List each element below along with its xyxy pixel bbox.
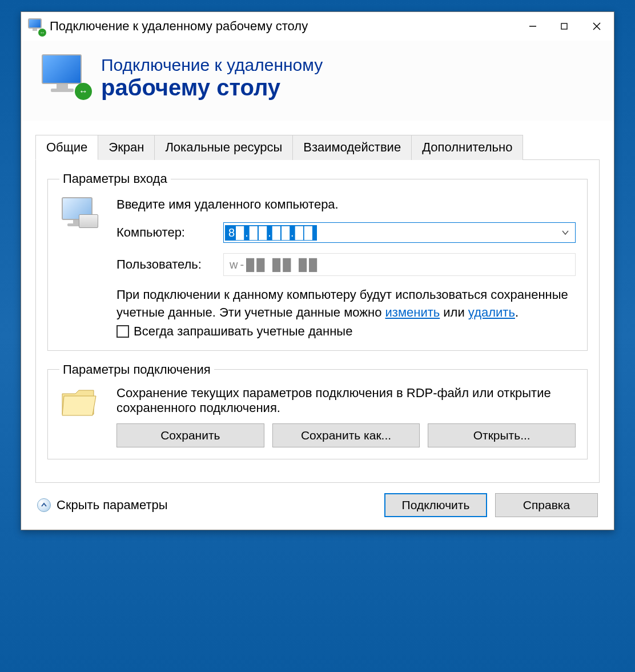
connection-settings-group: Параметры подключения Сохранение текущих… <box>47 362 588 459</box>
minimize-button[interactable] <box>517 12 548 41</box>
login-settings-group: Параметры входа Введите имя удаленного к… <box>47 171 588 351</box>
help-button[interactable]: Справка <box>495 493 598 517</box>
login-instruction: Введите имя удаленного компьютера. <box>116 197 576 212</box>
rdp-dialog: ↔ Подключение к удаленному рабочему стол… <box>21 11 614 530</box>
delete-credentials-link[interactable]: удалить <box>468 305 515 319</box>
window-controls <box>517 12 614 41</box>
login-legend: Параметры входа <box>59 171 171 186</box>
footer: Скрыть параметры Подключить Справка <box>21 483 614 530</box>
connection-description: Сохранение текущих параметров подключени… <box>116 386 576 415</box>
connection-legend: Параметры подключения <box>59 362 214 377</box>
hide-options-label: Скрыть параметры <box>57 498 168 513</box>
computer-combobox[interactable]: 8█.██.██.██ <box>223 222 576 243</box>
hide-options-toggle[interactable]: Скрыть параметры <box>37 498 168 513</box>
remote-desktop-icon: ↔ <box>38 52 90 103</box>
header: ↔ Подключение к удаленному рабочему стол… <box>21 41 614 121</box>
maximize-button[interactable] <box>548 12 580 41</box>
tab-content: Параметры входа Введите имя удаленного к… <box>35 159 600 483</box>
close-button[interactable] <box>580 12 614 41</box>
chevron-down-icon <box>561 225 569 240</box>
save-button[interactable]: Сохранить <box>116 423 264 447</box>
tab-display[interactable]: Экран <box>98 135 155 160</box>
computer-icon <box>59 195 105 339</box>
always-ask-checkbox[interactable] <box>116 325 129 338</box>
tab-experience[interactable]: Взаимодействие <box>292 135 412 160</box>
user-value: w-██ ██ ██ <box>230 258 319 271</box>
chevron-up-icon <box>37 498 51 512</box>
computer-label: Компьютер: <box>116 225 216 240</box>
header-line1: Подключение к удаленному <box>101 55 323 75</box>
computer-value: 8█.██.██.██ <box>225 225 317 241</box>
app-icon: ↔ <box>27 17 45 35</box>
tabs: Общие Экран Локальные ресурсы Взаимодейс… <box>21 121 614 160</box>
window-title: Подключение к удаленному рабочему столу <box>50 19 517 34</box>
folder-icon <box>59 386 105 447</box>
header-line2: рабочему столу <box>101 75 323 100</box>
open-button[interactable]: Открыть... <box>428 423 576 447</box>
always-ask-label: Всегда запрашивать учетные данные <box>134 324 352 339</box>
tab-advanced[interactable]: Дополнительно <box>411 135 523 160</box>
titlebar: ↔ Подключение к удаленному рабочему стол… <box>21 12 614 41</box>
tab-general[interactable]: Общие <box>35 135 98 160</box>
user-label: Пользователь: <box>116 257 216 272</box>
svg-rect-1 <box>561 23 567 29</box>
save-as-button[interactable]: Сохранить как... <box>272 423 420 447</box>
credentials-text: При подключении к данному компьютеру буд… <box>116 286 576 322</box>
tab-local[interactable]: Локальные ресурсы <box>154 135 293 160</box>
edit-credentials-link[interactable]: изменить <box>385 305 440 319</box>
user-input[interactable]: w-██ ██ ██ <box>223 253 576 276</box>
header-text: Подключение к удаленному рабочему столу <box>101 55 323 100</box>
connect-button[interactable]: Подключить <box>384 493 487 517</box>
